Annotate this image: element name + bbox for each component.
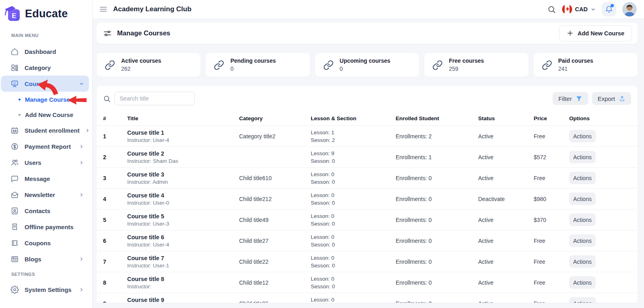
actions-button[interactable]: Actions — [569, 276, 596, 289]
search-icon[interactable] — [547, 5, 556, 14]
actions-button[interactable]: Actions — [569, 214, 596, 226]
sidebar-item-coupons[interactable]: Coupons — [1, 235, 89, 251]
column-header-category: Category — [239, 115, 311, 121]
cell-title: Course title 5Instructor: User-3 — [127, 213, 239, 227]
sidebar-item-student-enrollment[interactable]: Student enrollment — [1, 122, 89, 138]
currency-selector[interactable]: CAD — [562, 4, 596, 14]
notification-badge-dot — [611, 4, 614, 7]
stat-label: Pending courses — [230, 57, 276, 65]
search-title-input[interactable] — [114, 92, 195, 105]
link-icon — [105, 60, 115, 70]
cell-options: Actions — [569, 214, 638, 226]
course-title[interactable]: Course title 3 — [127, 171, 239, 178]
lesson-count: Lesson: 9 — [311, 150, 396, 157]
sidebar-item-blogs[interactable]: Blogs — [1, 251, 89, 267]
actions-button[interactable]: Actions — [569, 234, 596, 247]
cell-price: $980 — [534, 196, 569, 202]
cell-number: 5 — [103, 217, 127, 223]
cell-category: Category title2 — [239, 133, 311, 140]
sidebar-subitem-add-new-course[interactable]: Add New Course — [0, 107, 92, 122]
filter-button-label: Filter — [558, 95, 572, 102]
sidebar-item-newsletter[interactable]: Newsletter — [1, 187, 89, 203]
cell-enrolled: Enrollments: 0 — [396, 238, 478, 244]
course-title[interactable]: Course title 8 — [127, 276, 239, 282]
category-icon — [10, 63, 19, 72]
avatar[interactable] — [622, 2, 637, 16]
course-title[interactable]: Course title 9 — [127, 297, 239, 303]
actions-button[interactable]: Actions — [569, 297, 596, 303]
cell-title: Course title 4Instructor: User-0 — [127, 192, 239, 206]
cell-title: Course title 1Instructor: User-4 — [127, 129, 239, 143]
cell-price: $370 — [534, 217, 569, 223]
course-instructor: Instructor: User-4 — [127, 242, 239, 248]
cell-options: Actions — [569, 255, 638, 268]
actions-button[interactable]: Actions — [569, 130, 596, 142]
filter-button[interactable]: Filter — [553, 92, 588, 105]
stat-card-paid-courses[interactable]: Paid courses241 — [534, 53, 638, 77]
sidebar-item-system-settings[interactable]: System Settings — [1, 281, 89, 298]
cell-number: 6 — [103, 238, 127, 244]
course-title[interactable]: Course title 4 — [127, 192, 239, 199]
app-window: E Educate MAIN MENU DashboardCategoryCou… — [0, 0, 644, 308]
sidebar-item-users[interactable]: Users — [1, 154, 89, 170]
course-title[interactable]: Course title 7 — [127, 255, 239, 261]
sidebar-item-category[interactable]: Category — [1, 60, 89, 76]
stat-card-upcoming-courses[interactable]: Upcoming courses0 — [315, 53, 419, 77]
content-area: Manage Courses Add New Course Active cou… — [93, 19, 644, 308]
plus-icon — [567, 30, 574, 37]
chevron-right-icon — [85, 128, 90, 133]
sidebar-item-course[interactable]: Course — [1, 76, 89, 92]
cell-number: 8 — [103, 279, 127, 286]
stat-label: Active courses — [121, 57, 161, 65]
cell-lesson-section: Lesson: 0Sesson: 0 — [311, 212, 396, 228]
lesson-count: Lesson: 0 — [311, 233, 396, 241]
course-instructor: Instructor: User-0 — [127, 200, 239, 206]
hamburger-menu-icon[interactable] — [100, 7, 107, 12]
cell-number: 2 — [103, 154, 127, 160]
cell-title: Course title 8Instructor: — [127, 276, 239, 290]
column-header-enrolled-student: Enrolled Student — [396, 115, 478, 121]
cell-lesson-section: Lesson: 0Sesson: 0 — [311, 254, 396, 269]
cell-title: Course title 9Instructor: User-2 — [127, 297, 239, 303]
chevron-down-icon — [590, 7, 596, 12]
notifications-button[interactable] — [602, 2, 616, 16]
sidebar-item-label: System Settings — [25, 286, 72, 293]
course-title[interactable]: Course title 5 — [127, 213, 239, 220]
sidebar-item-offline-payments[interactable]: Offline payments — [1, 219, 89, 235]
sidebar-item-message[interactable]: Message — [1, 170, 89, 187]
stat-card-pending-courses[interactable]: Pending courses0 — [206, 53, 310, 77]
actions-button[interactable]: Actions — [569, 151, 596, 163]
column-header-num: # — [103, 115, 127, 121]
logo[interactable]: E Educate — [0, 0, 92, 23]
cell-status: Active — [478, 300, 534, 303]
actions-button[interactable]: Actions — [569, 172, 596, 184]
sidebar-item-dashboard[interactable]: Dashboard — [1, 43, 89, 60]
column-header-status: Status — [478, 115, 534, 121]
chevron-right-icon — [79, 287, 84, 292]
course-title[interactable]: Course title 1 — [127, 129, 239, 136]
actions-button[interactable]: Actions — [569, 255, 596, 268]
sidebar-item-contacts[interactable]: Contacts — [1, 203, 89, 219]
table-row: 7Course title 7Instructor: User-1Child t… — [97, 251, 638, 272]
stat-card-free-courses[interactable]: Free courses259 — [424, 53, 528, 77]
cell-lesson-section: Lesson: 0Sesson: 0 — [311, 275, 396, 290]
search-title-icon — [103, 95, 111, 103]
sidebar-item-payment-report[interactable]: Payment Report — [1, 138, 89, 154]
course-title[interactable]: Course title 6 — [127, 234, 239, 240]
course-instructor: Instructor: User-4 — [127, 137, 239, 143]
export-button[interactable]: Export — [592, 92, 631, 105]
cell-options: Actions — [569, 234, 638, 247]
cell-category: Child title610 — [239, 175, 311, 181]
add-new-course-button[interactable]: Add New Course — [559, 25, 632, 41]
cell-status: Active — [478, 217, 534, 223]
course-title[interactable]: Course title 2 — [127, 150, 239, 157]
gear-icon — [10, 285, 19, 294]
cell-lesson-section: Lesson: 0Sesson: 0 — [311, 191, 396, 207]
cell-options: Actions — [569, 297, 638, 303]
sidebar-subitem-manage-courses[interactable]: Manage Courses — [0, 92, 92, 107]
stat-value: 0 — [230, 65, 276, 73]
stat-card-active-courses[interactable]: Active courses262 — [97, 53, 200, 77]
session-count: Sesson: 0 — [311, 241, 396, 248]
actions-button[interactable]: Actions — [569, 193, 596, 205]
sidebar-item-label: Student enrollment — [25, 127, 80, 134]
